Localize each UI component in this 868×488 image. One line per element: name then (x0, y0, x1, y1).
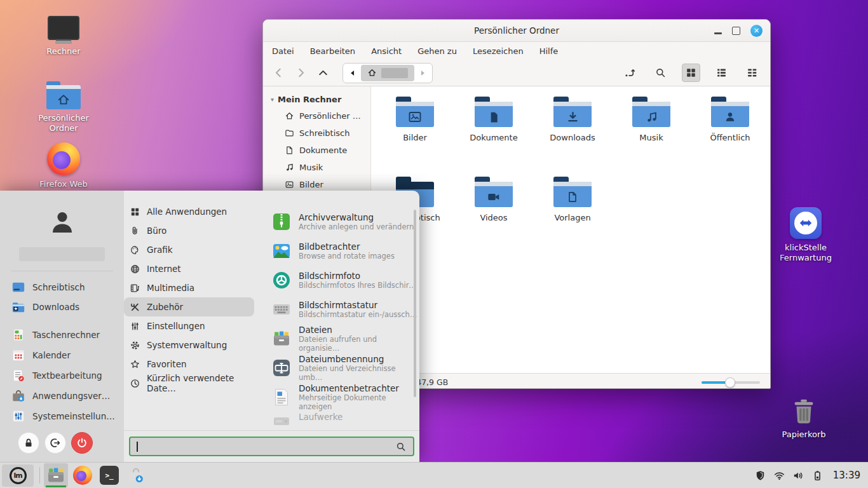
folder-musik[interactable]: Musik (614, 97, 688, 177)
folder-videos[interactable]: Videos (457, 177, 531, 257)
app-dateien[interactable]: DateienDateien aufrufen und organisie… (272, 324, 419, 353)
category-multimedia[interactable]: Multimedia (124, 278, 254, 297)
menu-gehen-zu[interactable]: Gehen zu (417, 46, 457, 56)
taskbar-firefox[interactable] (71, 463, 95, 487)
app-dokumentenbetrachter[interactable]: DokumentenbetrachterMehrseitige Dokument… (272, 383, 419, 412)
zoom-slider-handle[interactable] (725, 377, 735, 388)
desktop-icon-home-folder[interactable]: Persönlicher Ordner (29, 81, 98, 133)
menu-item-systemeinstellungen[interactable]: Systemeinstellun… (0, 406, 124, 426)
software-manager-icon (11, 389, 25, 403)
maximize-button[interactable] (732, 27, 740, 35)
folder-vorlagen[interactable]: Vorlagen (536, 177, 609, 257)
menu-item-schreibtisch[interactable]: Schreibtisch (0, 277, 124, 297)
menu-item-taschenrechner[interactable]: Taschenrechner (0, 325, 124, 345)
desktop-icon-trash[interactable]: Papierkorb (769, 396, 839, 440)
forward-button[interactable] (294, 66, 308, 79)
sidebar-item-documents[interactable]: Dokumente (263, 142, 370, 159)
username-redacted (19, 247, 105, 261)
menu-bearbeiten[interactable]: Bearbeiten (310, 46, 355, 56)
category-internet[interactable]: Internet (124, 259, 254, 278)
app-dateiumbenennung[interactable]: DateiumbenennungDateien und Verzeichniss… (272, 353, 419, 383)
downloads-folder-icon (11, 300, 25, 314)
folder-oeffentlich[interactable]: Öffentlich (693, 97, 767, 177)
menu-item-anwendungsverwaltung[interactable]: Anwendungsver… (0, 386, 124, 406)
category-buero[interactable]: Büro (124, 221, 254, 240)
category-kuerzlich-verwendet[interactable]: Kürzlich verwendete Date… (124, 374, 254, 393)
wifi-icon[interactable] (773, 470, 785, 482)
app-bildbetrachter[interactable]: BildbetrachterBrowse and rotate images (272, 236, 419, 266)
sidebar-item-home[interactable]: Persönlicher … (263, 107, 370, 125)
battery-icon[interactable] (811, 470, 824, 482)
edit-location-icon[interactable] (621, 64, 639, 82)
path-segment-home[interactable] (361, 65, 414, 81)
app-bildschirmfoto[interactable]: BildschirmfotoBildschirmfotos Ihres Bild… (272, 266, 419, 295)
zoom-slider[interactable] (702, 377, 760, 388)
document-icon (285, 146, 294, 155)
app-list-scrollbar[interactable] (414, 210, 416, 397)
icon-view-button[interactable] (682, 64, 700, 82)
menu-item-kalender[interactable]: Kalender (0, 345, 124, 365)
text-editor-icon (11, 369, 25, 383)
clock-history-icon (130, 378, 140, 389)
search-icon (395, 441, 407, 452)
minimize-button[interactable] (714, 32, 722, 34)
logout-button[interactable] (44, 432, 66, 454)
menu-lesezeichen[interactable]: Lesezeichen (473, 46, 524, 56)
menu-ansicht[interactable]: Ansicht (371, 46, 402, 56)
archive-manager-icon (272, 212, 291, 231)
text-caret (137, 442, 138, 452)
video-emblem-icon (487, 190, 501, 204)
menu-button[interactable]: lm (2, 464, 34, 487)
search-input[interactable] (129, 437, 414, 456)
list-view-button[interactable] (712, 64, 731, 82)
category-grafik[interactable]: Grafik (124, 240, 254, 259)
path-scroll-right-icon[interactable] (414, 69, 431, 78)
desktop-icon-label: Ordner (29, 123, 98, 133)
category-zubehoer[interactable]: Zubehör (124, 297, 254, 316)
back-button[interactable] (272, 66, 285, 79)
lock-screen-button[interactable] (18, 432, 39, 454)
expander-icon[interactable]: ▾ (271, 96, 274, 103)
window-title: Persönlicher Ordner (263, 25, 770, 36)
app-archivverwaltung[interactable]: ArchivverwaltungArchive anlegen und verä… (272, 207, 419, 236)
menu-item-downloads[interactable]: Downloads (0, 297, 124, 316)
app-laufwerke[interactable]: Laufwerke (272, 412, 419, 430)
path-scroll-left-icon[interactable] (344, 69, 361, 78)
folder-dokumente[interactable]: Dokumente (457, 97, 531, 177)
shield-icon[interactable] (754, 470, 766, 482)
category-alle-anwendungen[interactable]: Alle Anwendungen (124, 202, 254, 221)
window-titlebar[interactable]: Persönlicher Ordner ✕ (263, 20, 770, 42)
menu-search-area (124, 430, 419, 462)
menu-app-list: ArchivverwaltungArchive anlegen und verä… (264, 191, 419, 430)
clock[interactable]: 13:39 (833, 470, 860, 481)
category-systemverwaltung[interactable]: Systemverwaltung (124, 336, 254, 355)
palette-icon (130, 245, 140, 255)
folder-downloads[interactable]: Downloads (536, 97, 609, 177)
menu-item-textbearbeitung[interactable]: Textbearbeitung (0, 365, 124, 386)
taskbar-file-manager[interactable] (44, 463, 68, 487)
menu-datei[interactable]: Datei (272, 46, 294, 56)
category-favoriten[interactable]: Favoriten (124, 355, 254, 374)
category-einstellungen[interactable]: Einstellungen (124, 316, 254, 336)
sidebar-item-desktop[interactable]: Schreibtisch (263, 125, 370, 142)
shutdown-button[interactable] (71, 432, 93, 454)
sidebar-root-my-computer[interactable]: ▾ Mein Rechner (263, 92, 370, 107)
template-emblem-icon (566, 191, 579, 203)
taskbar-terminal[interactable]: >_ (97, 463, 121, 487)
up-button[interactable] (316, 66, 330, 79)
taskbar-software-manager[interactable] (124, 463, 148, 487)
close-button[interactable]: ✕ (750, 25, 763, 37)
user-avatar[interactable] (46, 207, 78, 239)
path-bar[interactable] (342, 63, 433, 83)
music-icon (285, 163, 294, 172)
app-bildschirmtastatur[interactable]: BildschirmtastaturBildschirmtastatur ein… (272, 295, 419, 324)
power-icon (76, 437, 88, 449)
compact-view-button[interactable] (743, 64, 761, 82)
menu-hilfe[interactable]: Hilfe (539, 46, 559, 56)
volume-icon[interactable] (792, 470, 804, 482)
folder-bilder[interactable]: Bilder (378, 97, 452, 177)
desktop-icon-remote-support[interactable]: klickStelle Fernwartung (771, 207, 841, 263)
desktop-icon-computer[interactable]: Rechner (29, 16, 98, 57)
search-icon[interactable] (651, 64, 670, 82)
sidebar-item-music[interactable]: Musik (263, 159, 370, 176)
